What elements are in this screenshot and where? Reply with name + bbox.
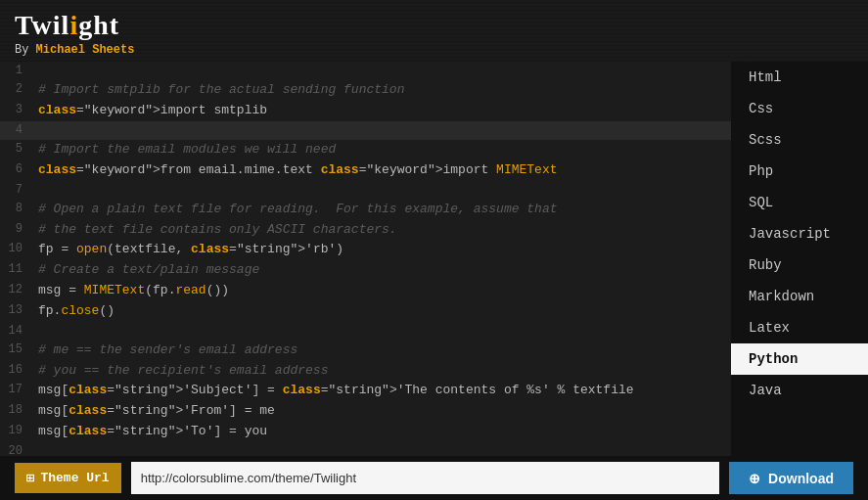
line-number: 7 bbox=[0, 181, 34, 200]
line-number: 3 bbox=[0, 101, 34, 121]
line-number: 11 bbox=[0, 260, 34, 281]
line-number: 13 bbox=[0, 301, 34, 322]
line-code: fp = open(textfile, class="string">'rb') bbox=[34, 240, 731, 260]
author-name: Michael Sheets bbox=[36, 43, 135, 57]
code-row: 3class="keyword">import smtplib bbox=[0, 101, 731, 121]
line-number: 9 bbox=[0, 220, 34, 241]
link-icon bbox=[26, 470, 34, 486]
sidebar-item-css[interactable]: Css bbox=[731, 93, 868, 124]
line-code: # Import smtplib for the actual sending … bbox=[34, 80, 731, 101]
line-code bbox=[34, 121, 731, 140]
code-row: 20 bbox=[0, 442, 731, 456]
line-code bbox=[34, 181, 731, 200]
line-number: 16 bbox=[0, 361, 34, 382]
line-number: 14 bbox=[0, 322, 34, 341]
line-code: # you == the recipient's email address bbox=[34, 361, 731, 382]
line-number: 5 bbox=[0, 140, 34, 160]
code-row: 4 bbox=[0, 121, 731, 140]
code-row: 12msg = MIMEText(fp.read()) bbox=[0, 281, 731, 301]
subtitle-by: By bbox=[15, 43, 36, 57]
download-icon bbox=[749, 471, 760, 486]
download-label: Download bbox=[768, 471, 834, 486]
app-title: Twilight bbox=[15, 10, 853, 41]
line-code: class="keyword">import smtplib bbox=[34, 101, 731, 121]
code-row: 15# me == the sender's email address bbox=[0, 341, 731, 361]
sidebar-item-python[interactable]: Python bbox=[731, 343, 868, 375]
line-number: 15 bbox=[0, 341, 34, 361]
line-number: 19 bbox=[0, 422, 34, 442]
line-number: 18 bbox=[0, 401, 34, 422]
sidebar-item-java[interactable]: Java bbox=[731, 375, 868, 406]
code-row: 13fp.close() bbox=[0, 301, 731, 322]
line-code: # the text file contains only ASCII char… bbox=[34, 220, 731, 241]
code-row: 19msg[class="string">'To'] = you bbox=[0, 422, 731, 442]
line-code: msg = MIMEText(fp.read()) bbox=[34, 281, 731, 301]
sidebar-item-sql[interactable]: SQL bbox=[731, 187, 868, 218]
line-code: msg[class="string">'Subject'] = class="s… bbox=[34, 381, 731, 401]
author-subtitle: By Michael Sheets bbox=[15, 43, 853, 57]
footer: Theme Url Download bbox=[0, 456, 868, 500]
code-row: 6class="keyword">from email.mime.text cl… bbox=[0, 160, 731, 181]
sidebar-item-javascript[interactable]: Javascript bbox=[731, 218, 868, 250]
code-row: 17msg[class="string">'Subject'] = class=… bbox=[0, 381, 731, 401]
line-code: class="keyword">from email.mime.text cla… bbox=[34, 160, 731, 181]
code-row: 1 bbox=[0, 62, 731, 80]
code-table: 12# Import smtplib for the actual sendin… bbox=[0, 62, 731, 456]
theme-url-label[interactable]: Theme Url bbox=[15, 463, 121, 493]
code-row: 2# Import smtplib for the actual sending… bbox=[0, 80, 731, 101]
code-row: 14 bbox=[0, 322, 731, 341]
line-code: msg[class="string">'To'] = you bbox=[34, 422, 731, 442]
theme-url-input[interactable] bbox=[131, 462, 719, 494]
line-number: 8 bbox=[0, 200, 34, 220]
line-number: 6 bbox=[0, 160, 34, 181]
line-code bbox=[34, 322, 731, 341]
code-panel: 12# Import smtplib for the actual sendin… bbox=[0, 62, 731, 456]
sidebar-item-markdown[interactable]: Markdown bbox=[731, 281, 868, 312]
sidebar-item-latex[interactable]: Latex bbox=[731, 312, 868, 343]
line-number: 2 bbox=[0, 80, 34, 101]
sidebar-item-php[interactable]: Php bbox=[731, 156, 868, 187]
code-row: 16# you == the recipient's email address bbox=[0, 361, 731, 382]
sidebar-item-html[interactable]: Html bbox=[731, 62, 868, 93]
code-row: 11# Create a text/plain message bbox=[0, 260, 731, 281]
line-number: 20 bbox=[0, 442, 34, 456]
code-row: 9# the text file contains only ASCII cha… bbox=[0, 220, 731, 241]
line-code: # Import the email modules we will need bbox=[34, 140, 731, 160]
code-row: 18msg[class="string">'From'] = me bbox=[0, 401, 731, 422]
line-number: 1 bbox=[0, 62, 34, 80]
download-button[interactable]: Download bbox=[729, 462, 853, 494]
line-code: msg[class="string">'From'] = me bbox=[34, 401, 731, 422]
line-code bbox=[34, 442, 731, 456]
code-row: 8# Open a plain text file for reading. F… bbox=[0, 200, 731, 220]
code-row: 7 bbox=[0, 181, 731, 200]
sidebar: HtmlCssScssPhpSQLJavascriptRubyMarkdownL… bbox=[731, 62, 868, 456]
line-code: # Create a text/plain message bbox=[34, 260, 731, 281]
line-code: # Open a plain text file for reading. Fo… bbox=[34, 200, 731, 220]
line-code: # me == the sender's email address bbox=[34, 341, 731, 361]
sidebar-item-scss[interactable]: Scss bbox=[731, 124, 868, 156]
line-number: 4 bbox=[0, 121, 34, 140]
line-code: fp.close() bbox=[34, 301, 731, 322]
code-row: 5# Import the email modules we will need bbox=[0, 140, 731, 160]
sidebar-item-ruby[interactable]: Ruby bbox=[731, 250, 868, 281]
theme-url-label-text: Theme Url bbox=[40, 471, 109, 485]
line-number: 17 bbox=[0, 381, 34, 401]
header: Twilight By Michael Sheets bbox=[0, 0, 868, 62]
line-number: 10 bbox=[0, 240, 34, 260]
code-row: 10fp = open(textfile, class="string">'rb… bbox=[0, 240, 731, 260]
line-number: 12 bbox=[0, 281, 34, 301]
main-area: 12# Import smtplib for the actual sendin… bbox=[0, 62, 868, 456]
line-code bbox=[34, 62, 731, 80]
